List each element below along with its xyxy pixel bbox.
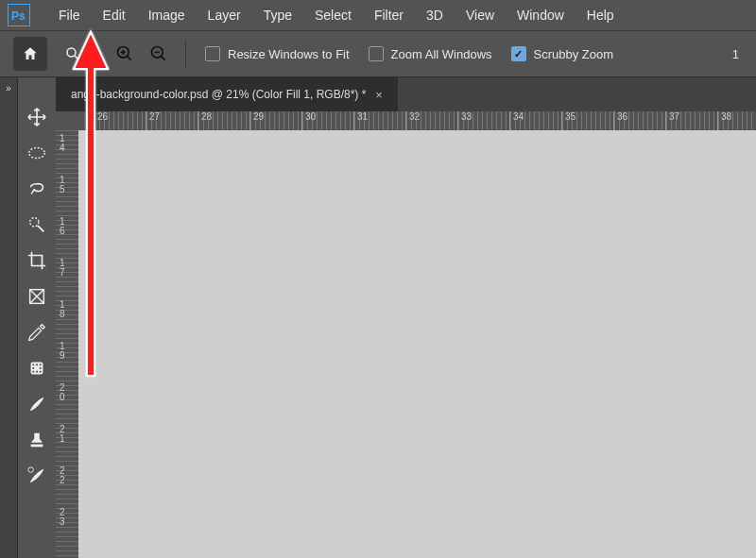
tool-preset-dropdown[interactable]: ⌄ xyxy=(64,45,93,62)
optionbar: ⌄ Resize Windows to Fit Zoom All Windows… xyxy=(0,31,756,77)
tab-bar: ange-background-color.psd @ 21% (Color F… xyxy=(56,77,756,111)
svg-rect-18 xyxy=(40,364,42,365)
frame-tool[interactable] xyxy=(20,279,54,313)
resize-windows-checkbox[interactable]: Resize Windows to Fit xyxy=(205,46,350,61)
svg-rect-19 xyxy=(32,367,34,369)
ruler-tick: 35 xyxy=(561,111,612,130)
svg-line-2 xyxy=(75,56,78,59)
ruler-tick: 36 xyxy=(613,111,664,130)
lasso-tool[interactable] xyxy=(20,172,54,206)
close-icon[interactable]: × xyxy=(375,88,383,102)
workspace: » xyxy=(0,77,756,558)
tools-panel xyxy=(18,77,56,558)
checkbox-label: Scrubby Zoom xyxy=(534,47,614,61)
ruler-tick: 32 xyxy=(405,111,456,130)
checkbox-box xyxy=(369,46,384,61)
ruler-tick: 29 xyxy=(249,111,301,130)
ruler-tick: 22 xyxy=(60,466,65,485)
ruler-tick: 38 xyxy=(717,111,756,130)
ruler-tick: 37 xyxy=(665,111,716,130)
zoom-out-button[interactable] xyxy=(147,42,170,65)
stamp-tool[interactable] xyxy=(20,423,54,457)
expand-chevron-icon: » xyxy=(6,83,11,93)
menu-3d[interactable]: 3D xyxy=(415,0,455,30)
ruler-tick: 18 xyxy=(60,300,65,319)
svg-rect-24 xyxy=(31,445,43,448)
scrubby-zoom-checkbox[interactable]: Scrubby Zoom xyxy=(511,46,614,61)
svg-line-6 xyxy=(128,57,131,60)
ruler-tick: 14 xyxy=(60,134,65,153)
ruler-tick: 30 xyxy=(301,111,352,130)
trailing-value: 1 xyxy=(732,47,743,61)
svg-rect-21 xyxy=(32,371,34,373)
svg-point-11 xyxy=(30,218,39,227)
menu-help[interactable]: Help xyxy=(576,0,626,30)
quick-select-tool[interactable] xyxy=(20,208,54,242)
ruler-tick: 26 xyxy=(94,111,145,130)
canvas-row: 14151617181920212223 xyxy=(56,130,756,558)
ruler-tick: 28 xyxy=(198,111,249,130)
svg-point-1 xyxy=(67,48,76,57)
eyedropper-tool[interactable] xyxy=(20,315,54,349)
svg-line-9 xyxy=(162,57,165,60)
document-tab[interactable]: ange-background-color.psd @ 21% (Color F… xyxy=(56,77,398,111)
ruler-tick: 27 xyxy=(146,111,197,130)
document-tab-label: ange-background-color.psd @ 21% (Color F… xyxy=(71,88,366,101)
menu-file[interactable]: File xyxy=(47,0,92,30)
menu-image[interactable]: Image xyxy=(137,0,197,30)
vertical-ruler[interactable]: 14151617181920212223 xyxy=(56,130,78,558)
checkbox-label: Resize Windows to Fit xyxy=(228,47,350,61)
ruler-tick: 20 xyxy=(60,383,65,402)
ruler-tick: 17 xyxy=(60,259,65,278)
menubar: Ps File Edit Image Layer Type Select Fil… xyxy=(0,0,756,31)
svg-rect-20 xyxy=(40,367,42,369)
ps-logo-icon: Ps xyxy=(8,4,30,26)
home-button[interactable] xyxy=(13,37,47,71)
ruler-tick: 19 xyxy=(60,342,65,361)
ruler-tick: 31 xyxy=(353,111,404,130)
checkbox-box xyxy=(205,46,220,61)
ruler-tick: 15 xyxy=(60,176,65,194)
svg-point-10 xyxy=(29,148,45,159)
svg-rect-22 xyxy=(36,371,38,373)
horizontal-ruler[interactable]: 26272829303132333435363738 xyxy=(56,111,756,130)
ruler-tick: 16 xyxy=(60,217,65,236)
menu-select[interactable]: Select xyxy=(303,0,363,30)
ruler-tick: 23 xyxy=(60,508,65,527)
document-area: ange-background-color.psd @ 21% (Color F… xyxy=(56,77,756,558)
ruler-tick: 33 xyxy=(457,111,508,130)
move-tool[interactable] xyxy=(20,100,54,134)
menu-filter[interactable]: Filter xyxy=(363,0,415,30)
panel-collapse-strip[interactable]: » xyxy=(0,77,18,558)
brush-tool[interactable] xyxy=(20,387,54,421)
history-brush-tool[interactable] xyxy=(20,459,54,493)
crop-tool[interactable] xyxy=(20,244,54,278)
menu-layer[interactable]: Layer xyxy=(197,0,252,30)
chevron-down-icon: ⌄ xyxy=(85,49,93,59)
canvas[interactable] xyxy=(78,130,756,558)
svg-text:Ps: Ps xyxy=(11,9,26,23)
zoom-all-windows-checkbox[interactable]: Zoom All Windows xyxy=(369,46,492,61)
svg-rect-23 xyxy=(40,371,42,373)
zoom-in-button[interactable] xyxy=(113,42,136,65)
ruler-tick: 34 xyxy=(509,111,560,130)
svg-rect-16 xyxy=(32,364,34,365)
magnifier-icon xyxy=(64,45,81,62)
svg-point-25 xyxy=(28,467,33,473)
checkbox-box xyxy=(511,46,526,61)
healing-brush-tool[interactable] xyxy=(20,351,54,385)
menu-edit[interactable]: Edit xyxy=(92,0,137,30)
svg-rect-17 xyxy=(36,364,38,365)
menu-view[interactable]: View xyxy=(455,0,506,30)
menu-window[interactable]: Window xyxy=(506,0,576,30)
menu-type[interactable]: Type xyxy=(252,0,303,30)
divider xyxy=(185,40,186,68)
ruler-tick: 21 xyxy=(60,425,65,444)
marquee-tool[interactable] xyxy=(20,136,54,170)
checkbox-label: Zoom All Windows xyxy=(391,47,492,61)
